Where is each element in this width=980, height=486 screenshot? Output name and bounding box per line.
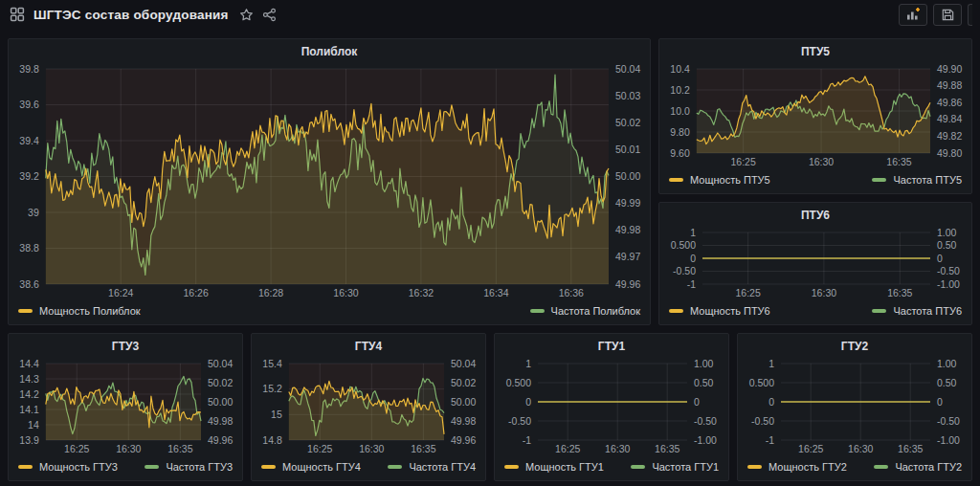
panel-title[interactable]: ПТУ5 xyxy=(659,39,971,61)
svg-text:0.50: 0.50 xyxy=(937,239,957,251)
chart-svg-ptu6: 10.5000-0.50-11.000.500-0.50-1.0016:2516… xyxy=(659,225,971,300)
time-series-chart[interactable]: 10.5000-0.50-11.000.500-0.50-1.0016:2516… xyxy=(659,225,971,300)
svg-text:-1: -1 xyxy=(523,434,531,446)
legend-item-power[interactable]: Мощность ПТУ6 xyxy=(669,305,770,317)
time-series-chart[interactable]: 14.414.314.214.11413.950.0450.0250.0049.… xyxy=(9,356,242,456)
svg-text:-0.50: -0.50 xyxy=(508,415,531,427)
svg-text:0: 0 xyxy=(937,253,943,264)
freq-series-swatch xyxy=(530,309,545,313)
svg-text:50.03: 50.03 xyxy=(615,90,640,101)
y-axis-left: 10.5000-0.50-1 xyxy=(671,227,696,290)
svg-text:16:30: 16:30 xyxy=(812,287,836,298)
svg-text:14.3: 14.3 xyxy=(19,373,39,385)
dashboard-grid: Полиблок 39.839.639.439.23938.838.650.04… xyxy=(0,29,980,486)
x-axis: 16:2516:3016:35 xyxy=(307,443,436,454)
svg-text:-1: -1 xyxy=(687,278,696,290)
panel-title[interactable]: ПТУ6 xyxy=(659,203,971,225)
svg-text:9.80: 9.80 xyxy=(670,126,690,138)
svg-text:50.04: 50.04 xyxy=(451,358,476,369)
panel-legend: Мощность ГТУ3 Частота ГТУ3 xyxy=(9,456,242,480)
panel-poliblok: Полиблок 39.839.639.439.23938.838.650.04… xyxy=(8,38,651,325)
panel-gtu3: ГТУ3 14.414.314.214.11413.950.0450.0250.… xyxy=(8,333,243,481)
y-axis-right: 50.0450.0350.0250.0150.0049.9949.9849.97… xyxy=(615,63,640,290)
time-series-chart[interactable]: 15.415.21514.850.0450.0250.0049.9849.961… xyxy=(252,356,485,456)
legend-item-power[interactable]: Мощность Полиблок xyxy=(18,305,141,317)
legend-item-power[interactable]: Мощность ГТУ2 xyxy=(747,461,847,473)
chart-svg-ptu5: 10.410.210.09.809.6049.9049.8849.8649.84… xyxy=(659,61,971,169)
legend-item-freq[interactable]: Частота ПТУ5 xyxy=(872,174,962,186)
svg-text:-0.50: -0.50 xyxy=(937,415,960,427)
svg-text:16:30: 16:30 xyxy=(116,443,141,454)
svg-text:0.500: 0.500 xyxy=(749,377,774,388)
x-axis: 16:2516:3016:35 xyxy=(798,443,923,454)
panel-title[interactable]: ГТУ3 xyxy=(9,334,242,356)
power-series-swatch xyxy=(747,465,762,469)
svg-text:39: 39 xyxy=(28,207,39,218)
svg-text:50.04: 50.04 xyxy=(208,358,233,369)
legend-item-freq[interactable]: Частота Полиблок xyxy=(530,305,640,317)
svg-text:13.9: 13.9 xyxy=(19,434,39,446)
legend-item-freq[interactable]: Частота ГТУ2 xyxy=(874,461,962,473)
legend-item-power[interactable]: Мощность ГТУ4 xyxy=(261,461,361,473)
svg-text:16:25: 16:25 xyxy=(735,287,760,298)
svg-text:1: 1 xyxy=(768,358,774,369)
svg-text:49.98: 49.98 xyxy=(208,415,233,427)
chart-svg-gtu3: 14.414.314.214.11413.950.0450.0250.0049.… xyxy=(9,356,242,456)
chart-svg-gtu2: 10.5000-0.50-11.000.500-0.50-1.0016:2516… xyxy=(738,356,971,456)
freq-series-swatch xyxy=(145,465,159,469)
svg-text:16:35: 16:35 xyxy=(167,443,192,454)
svg-text:0.500: 0.500 xyxy=(506,377,531,388)
panel-title[interactable]: Полиблок xyxy=(9,39,650,61)
y-axis-left: 10.410.210.09.809.60 xyxy=(670,63,690,159)
chart-svg-gtu1: 10.5000-0.50-11.000.500-0.50-1.0016:2516… xyxy=(495,356,728,456)
y-axis-right: 49.9049.8849.8649.8449.8249.80 xyxy=(937,63,962,159)
panel-gtu1: ГТУ1 10.5000-0.50-11.000.500-0.50-1.0016… xyxy=(494,333,729,481)
svg-text:-0.50: -0.50 xyxy=(694,415,717,427)
svg-text:-0.50: -0.50 xyxy=(673,265,696,276)
add-panel-button[interactable] xyxy=(899,4,927,26)
svg-text:49.98: 49.98 xyxy=(615,224,640,235)
svg-text:39.2: 39.2 xyxy=(19,170,39,182)
time-series-chart[interactable]: 10.5000-0.50-11.000.500-0.50-1.0016:2516… xyxy=(495,356,728,456)
time-series-chart[interactable]: 10.5000-0.50-11.000.500-0.50-1.0016:2516… xyxy=(738,356,971,456)
chart-svg-gtu4: 15.415.21514.850.0450.0250.0049.9849.961… xyxy=(252,356,485,456)
svg-text:10.2: 10.2 xyxy=(670,84,690,96)
svg-text:0.50: 0.50 xyxy=(937,377,957,388)
svg-text:49.90: 49.90 xyxy=(937,63,962,75)
svg-text:49.88: 49.88 xyxy=(937,79,962,91)
svg-text:49.96: 49.96 xyxy=(615,278,640,290)
legend-item-freq[interactable]: Частота ПТУ6 xyxy=(872,305,962,317)
svg-text:15.4: 15.4 xyxy=(262,358,282,369)
svg-text:9.60: 9.60 xyxy=(670,147,690,159)
svg-text:0.500: 0.500 xyxy=(671,239,696,251)
svg-text:16:25: 16:25 xyxy=(730,156,755,167)
svg-text:16:28: 16:28 xyxy=(258,287,283,298)
star-icon[interactable] xyxy=(239,8,254,22)
power-series-swatch xyxy=(18,465,33,469)
svg-text:-1.00: -1.00 xyxy=(937,278,960,290)
legend-item-power[interactable]: Мощность ГТУ1 xyxy=(504,461,604,473)
time-series-chart[interactable]: 10.410.210.09.809.6049.9049.8849.8649.84… xyxy=(659,61,971,169)
legend-item-power[interactable]: Мощность ГТУ3 xyxy=(18,461,118,473)
svg-text:39.6: 39.6 xyxy=(19,99,39,110)
toolbar-more-button[interactable] xyxy=(968,4,972,26)
svg-text:16:35: 16:35 xyxy=(655,443,679,454)
apps-grid-icon[interactable] xyxy=(10,7,25,22)
svg-text:50.00: 50.00 xyxy=(451,396,476,408)
svg-text:49.96: 49.96 xyxy=(208,434,233,446)
legend-item-power[interactable]: Мощность ПТУ5 xyxy=(669,174,770,186)
panel-title[interactable]: ГТУ4 xyxy=(252,334,485,356)
svg-text:-1.00: -1.00 xyxy=(694,434,717,446)
time-series-chart[interactable]: 39.839.639.439.23938.838.650.0450.0350.0… xyxy=(9,61,650,300)
share-alt-icon[interactable] xyxy=(262,8,277,22)
legend-item-freq[interactable]: Частота ГТУ4 xyxy=(388,461,476,473)
save-dashboard-button[interactable] xyxy=(933,4,962,26)
svg-text:1: 1 xyxy=(690,227,696,238)
legend-item-freq[interactable]: Частота ГТУ1 xyxy=(631,461,719,473)
x-axis: 16:2516:3016:35 xyxy=(730,156,911,167)
svg-text:10.4: 10.4 xyxy=(670,63,690,75)
svg-text:-1: -1 xyxy=(766,434,774,446)
panel-title[interactable]: ГТУ1 xyxy=(495,334,728,356)
panel-title[interactable]: ГТУ2 xyxy=(738,334,971,356)
legend-item-freq[interactable]: Частота ГТУ3 xyxy=(145,461,233,473)
